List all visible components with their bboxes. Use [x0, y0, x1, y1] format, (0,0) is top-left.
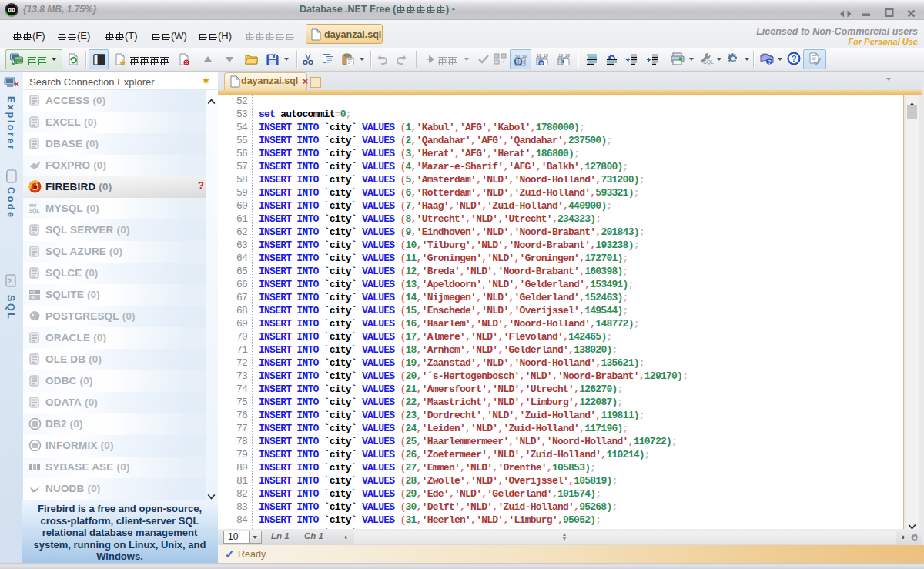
- svg-text:SQL: SQL: [29, 208, 39, 214]
- svg-text:-ite: -ite: [30, 295, 35, 300]
- svg-text:sql: sql: [30, 290, 35, 294]
- svg-text:?: ?: [768, 59, 771, 65]
- svg-text:SQL: SQL: [703, 59, 714, 65]
- svg-text:?: ?: [8, 278, 12, 285]
- svg-text:?: ?: [792, 54, 797, 63]
